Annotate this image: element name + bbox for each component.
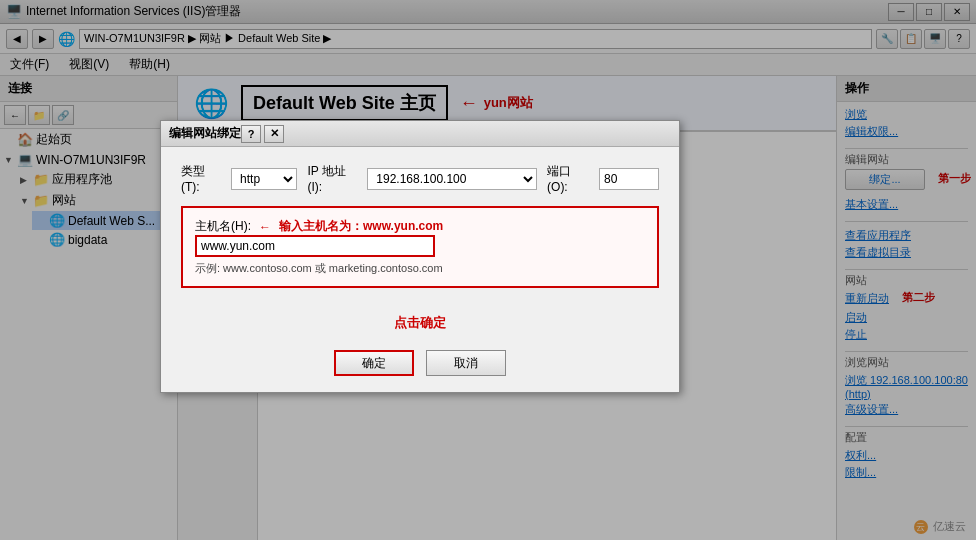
type-select[interactable]: http xyxy=(231,168,297,190)
ip-label: IP 地址(I): xyxy=(307,163,357,194)
port-label: 端口(O): xyxy=(547,163,589,194)
ip-select[interactable]: 192.168.100.100 xyxy=(367,168,537,190)
binding-dialog: 编辑网站绑定 ? ✕ 类型(T): http IP 地址(I): 192.168… xyxy=(160,120,680,393)
hostname-label: 主机名(H): xyxy=(195,218,251,235)
dialog-body: 类型(T): http IP 地址(I): 192.168.100.100 端口… xyxy=(161,147,679,314)
type-label: 类型(T): xyxy=(181,163,221,194)
hostname-annotation: 输入主机名为：www.yun.com xyxy=(279,218,443,235)
dialog-row-type-ip-port: 类型(T): http IP 地址(I): 192.168.100.100 端口… xyxy=(181,163,659,194)
dialog-help-button[interactable]: ? xyxy=(241,125,261,143)
dialog-footer: 确定 取消 xyxy=(161,338,679,392)
confirm-button[interactable]: 确定 xyxy=(334,350,414,376)
cancel-button[interactable]: 取消 xyxy=(426,350,506,376)
port-input[interactable] xyxy=(599,168,659,190)
hostname-hint: 示例: www.contoso.com 或 marketing.contoso.… xyxy=(195,261,645,276)
dialog-title-text: 编辑网站绑定 xyxy=(169,125,241,142)
dialog-title-bar: 编辑网站绑定 ? ✕ xyxy=(161,121,679,147)
hostname-section: 主机名(H): ← 输入主机名为：www.yun.com 示例: www.con… xyxy=(181,206,659,288)
hostname-input[interactable] xyxy=(195,235,435,257)
click-annotation: 点击确定 xyxy=(161,314,679,338)
dialog-close-button[interactable]: ✕ xyxy=(264,125,284,143)
